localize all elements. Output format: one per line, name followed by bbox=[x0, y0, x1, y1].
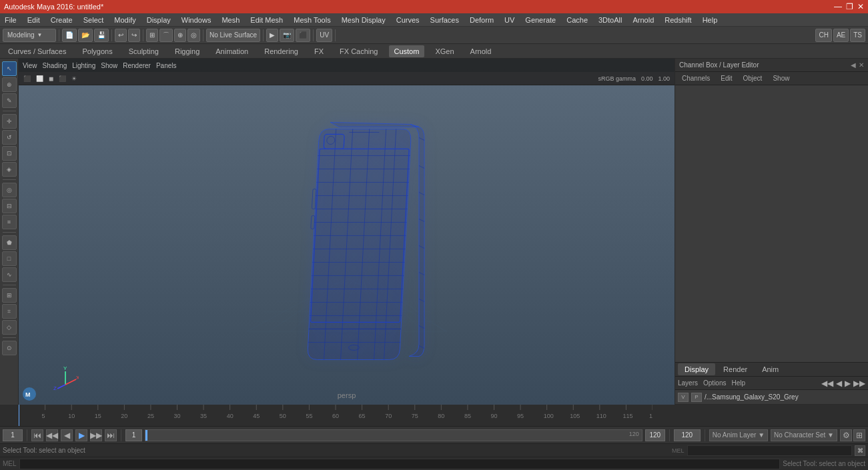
scale-tool-button[interactable]: ⊡ bbox=[2, 146, 17, 161]
channels-tab[interactable]: Channels bbox=[678, 73, 714, 83]
lasso-tool-button[interactable]: ⊕ bbox=[2, 77, 17, 92]
tool-settings-toggle[interactable]: TS bbox=[850, 29, 865, 42]
tab-animation[interactable]: Animation bbox=[210, 45, 254, 57]
menu-file[interactable]: File bbox=[3, 15, 19, 25]
window-controls[interactable]: — ❐ ✕ bbox=[834, 2, 864, 11]
menu-3dto[interactable]: 3DtoAll bbox=[596, 15, 624, 25]
attr-editor-toggle[interactable]: AE bbox=[833, 29, 849, 42]
paint-tool-button[interactable]: ✎ bbox=[2, 93, 17, 108]
end-frame-input[interactable] bbox=[674, 429, 701, 441]
edit-tab[interactable]: Edit bbox=[717, 73, 736, 83]
module-dropdown[interactable]: Modeling ▼ bbox=[3, 29, 56, 42]
sculpt-button[interactable]: ⊟ bbox=[2, 199, 17, 213]
object-tab[interactable]: Object bbox=[739, 73, 767, 83]
char-set-dropdown[interactable]: No Character Set ▼ bbox=[771, 429, 837, 441]
menu-help[interactable]: Help bbox=[701, 15, 720, 25]
prev-keyframe-button[interactable]: ⏮ bbox=[31, 429, 43, 441]
maximize-button[interactable]: ❐ bbox=[846, 2, 853, 11]
menu-windows[interactable]: Windows bbox=[179, 15, 213, 25]
snap-curve-button[interactable]: ⌒ bbox=[159, 29, 173, 42]
layers-menu[interactable]: Layers bbox=[678, 379, 698, 387]
layer-next[interactable]: ▶ bbox=[845, 379, 851, 388]
menu-uv[interactable]: UV bbox=[502, 15, 516, 25]
camera-button[interactable]: 📷 bbox=[280, 29, 294, 42]
channel-box-toggle[interactable]: CH bbox=[815, 29, 831, 42]
no-live-surface[interactable]: No Live Surface bbox=[206, 29, 260, 42]
show-tab[interactable]: Show bbox=[769, 73, 793, 83]
render-button[interactable]: ⬛ bbox=[296, 29, 310, 42]
rotate-tool-button[interactable]: ↺ bbox=[2, 130, 17, 145]
viewport[interactable]: View Shading Lighting Show Renderer Pane… bbox=[19, 59, 675, 405]
bc-icon-1[interactable]: ⚙ bbox=[840, 429, 852, 441]
options-menu[interactable]: Options bbox=[703, 379, 726, 387]
menu-modify[interactable]: Modify bbox=[112, 15, 137, 25]
vp-menu-shading[interactable]: Shading bbox=[43, 62, 67, 69]
move-tool-button[interactable]: ✛ bbox=[2, 114, 17, 129]
bridge-button[interactable]: ⌗ bbox=[2, 304, 17, 319]
menu-arnold[interactable]: Arnold bbox=[630, 15, 656, 25]
timeline-slider[interactable]: 120 bbox=[145, 429, 642, 441]
menu-mesh-tools[interactable]: Mesh Tools bbox=[292, 15, 332, 25]
menu-curves[interactable]: Curves bbox=[394, 15, 422, 25]
snap-button[interactable]: ⊙ bbox=[2, 341, 17, 355]
snap-surface-button[interactable]: ◎ bbox=[187, 29, 200, 42]
extrude-button[interactable]: ⊞ bbox=[2, 288, 17, 303]
tab-curves-surfaces[interactable]: Curves / Surfaces bbox=[3, 45, 71, 57]
panel-icon-1[interactable]: ◀ bbox=[851, 61, 856, 69]
tab-custom[interactable]: Custom bbox=[389, 45, 425, 57]
bc-icon-2[interactable]: ⊞ bbox=[853, 429, 865, 441]
timeline-ruler[interactable] bbox=[19, 405, 675, 426]
vp-menu-lighting[interactable]: Lighting bbox=[72, 62, 95, 69]
range-end-input[interactable] bbox=[645, 429, 665, 441]
vp-light[interactable]: ☀ bbox=[69, 75, 79, 83]
next-keyframe-button[interactable]: ⏭ bbox=[105, 429, 117, 441]
vp-menu-renderer[interactable]: Renderer bbox=[123, 62, 151, 69]
menu-mesh[interactable]: Mesh bbox=[220, 15, 242, 25]
layer-prev[interactable]: ◀ bbox=[836, 379, 842, 388]
layer-type-button[interactable]: P bbox=[691, 393, 702, 402]
tab-xgen[interactable]: XGen bbox=[430, 45, 459, 57]
vp-val-a[interactable]: 0.00 bbox=[639, 75, 655, 83]
vp-menu-view[interactable]: View bbox=[23, 62, 37, 69]
menu-deform[interactable]: Deform bbox=[468, 15, 496, 25]
universal-tool-button[interactable]: ◈ bbox=[2, 162, 17, 177]
uv-editor-button[interactable]: UV bbox=[316, 29, 332, 42]
close-button[interactable]: ✕ bbox=[857, 2, 864, 11]
render-mode-button[interactable]: ▶ bbox=[266, 29, 278, 42]
snap-grid-button[interactable]: ⊞ bbox=[146, 29, 158, 42]
redo-button[interactable]: ↪ bbox=[128, 29, 140, 42]
vp-solid[interactable]: ◼ bbox=[47, 75, 55, 83]
open-scene-button[interactable]: 📂 bbox=[78, 29, 93, 42]
mel-command-input[interactable] bbox=[19, 459, 781, 469]
help-menu[interactable]: Help bbox=[731, 379, 745, 387]
menu-display[interactable]: Display bbox=[145, 15, 173, 25]
tab-polygons[interactable]: Polygons bbox=[77, 45, 117, 57]
play-back-button[interactable]: ◀ bbox=[61, 429, 73, 441]
range-start-input[interactable] bbox=[125, 429, 142, 441]
soft-mod-button[interactable]: ◎ bbox=[2, 183, 17, 197]
tab-fx[interactable]: FX bbox=[309, 45, 329, 57]
vp-wireframe[interactable]: ⬜ bbox=[34, 75, 45, 83]
menu-surfaces[interactable]: Surfaces bbox=[428, 15, 461, 25]
attr-button[interactable]: ≡ bbox=[2, 215, 17, 229]
split-poly-button[interactable]: ∿ bbox=[2, 267, 17, 282]
anim-layer-dropdown[interactable]: No Anim Layer ▼ bbox=[709, 429, 768, 441]
menu-cache[interactable]: Cache bbox=[564, 15, 590, 25]
bevel-button[interactable]: ◇ bbox=[2, 320, 17, 335]
tab-sculpting[interactable]: Sculpting bbox=[123, 45, 164, 57]
menu-generate[interactable]: Generate bbox=[523, 15, 558, 25]
next-frame-button[interactable]: ▶▶ bbox=[90, 429, 102, 441]
tab-rigging[interactable]: Rigging bbox=[169, 45, 205, 57]
minimize-button[interactable]: — bbox=[834, 2, 842, 11]
create-poly-button[interactable]: ⬟ bbox=[2, 235, 17, 250]
append-poly-button[interactable]: □ bbox=[2, 251, 17, 266]
tab-rendering[interactable]: Rendering bbox=[259, 45, 304, 57]
menu-edit-mesh[interactable]: Edit Mesh bbox=[248, 15, 285, 25]
timeline[interactable] bbox=[0, 405, 868, 426]
menu-edit[interactable]: Edit bbox=[25, 15, 42, 25]
mel-input[interactable] bbox=[687, 445, 852, 456]
menu-create[interactable]: Create bbox=[49, 15, 75, 25]
undo-button[interactable]: ↩ bbox=[115, 29, 127, 42]
current-frame-input[interactable] bbox=[3, 429, 23, 441]
menu-mesh-display[interactable]: Mesh Display bbox=[340, 15, 388, 25]
